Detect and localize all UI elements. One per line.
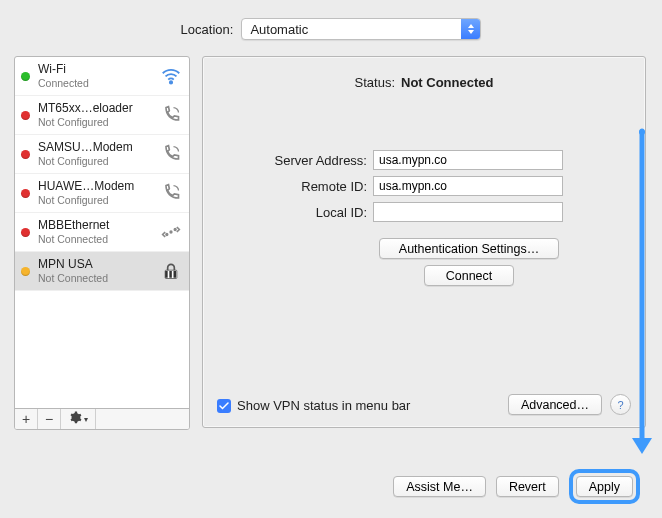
status-dot-icon [21,111,30,120]
remote-id-input[interactable] [373,176,563,196]
sidebar-item-wifi[interactable]: Wi-Fi Connected [15,57,189,96]
svg-point-3 [174,229,176,231]
assist-me-button[interactable]: Assist Me… [393,476,486,497]
phone-icon [159,181,183,205]
server-address-label: Server Address: [217,153,373,168]
service-status: Connected [38,76,155,90]
service-name: HUAWE…Modem [38,179,155,193]
status-dot-icon [21,72,30,81]
list-item-text: MT65xx…eloader Not Configured [38,101,155,129]
list-item-text: MPN USA Not Connected [38,257,155,285]
status-row: Status: Not Connected [217,75,631,90]
status-label: Status: [355,75,395,90]
location-label: Location: [181,22,234,37]
server-address-input[interactable] [373,150,563,170]
phone-icon [159,103,183,127]
sidebar-item-huawei-modem[interactable]: HUAWE…Modem Not Configured [15,174,189,213]
sidebar-footer: + − ▾ [15,408,189,429]
window-buttons-row: Assist Me… Revert Apply [393,469,640,504]
status-dot-icon [21,267,30,276]
remove-service-button[interactable]: − [38,409,61,429]
sidebar-item-mt65xx[interactable]: MT65xx…eloader Not Configured [15,96,189,135]
authentication-settings-button[interactable]: Authentication Settings… [379,238,559,259]
show-vpn-status-row: Show VPN status in menu bar [217,398,410,413]
service-name: MPN USA [38,257,155,271]
status-value: Not Connected [401,75,493,90]
list-item-text: MBBEthernet Not Connected [38,218,155,246]
service-status: Not Configured [38,193,155,207]
sidebar-item-samsung-modem[interactable]: SAMSU…Modem Not Configured [15,135,189,174]
location-row: Location: Automatic [0,18,662,40]
list-item-text: HUAWE…Modem Not Configured [38,179,155,207]
network-services-sidebar: Wi-Fi Connected MT65xx…eloader Not Confi… [14,56,190,430]
location-select[interactable]: Automatic [241,18,481,40]
service-details-pane: Status: Not Connected Server Address: Re… [202,56,646,428]
status-dot-icon [21,228,30,237]
gear-icon [69,411,82,427]
service-status: Not Connected [38,271,155,285]
updown-arrows-icon [461,19,480,39]
revert-button[interactable]: Revert [496,476,559,497]
service-name: MBBEthernet [38,218,155,232]
show-vpn-status-checkbox[interactable] [217,399,231,413]
service-name: MT65xx…eloader [38,101,155,115]
service-name: Wi-Fi [38,62,155,76]
service-status: Not Connected [38,232,155,246]
network-services-list: Wi-Fi Connected MT65xx…eloader Not Confi… [15,57,189,408]
apply-button[interactable]: Apply [576,476,633,497]
svg-point-0 [170,81,172,83]
question-mark-icon: ? [617,399,623,411]
phone-icon [159,142,183,166]
wifi-icon [159,64,183,88]
connect-button[interactable]: Connect [424,265,514,286]
local-id-label: Local ID: [217,205,373,220]
plus-icon: + [22,411,30,427]
apply-button-highlight: Apply [569,469,640,504]
service-name: SAMSU…Modem [38,140,155,154]
service-actions-button[interactable]: ▾ [61,409,96,429]
sidebar-item-mpn-usa[interactable]: MPN USA Not Connected [15,252,189,291]
local-id-input[interactable] [373,202,563,222]
add-service-button[interactable]: + [15,409,38,429]
svg-point-2 [170,231,172,233]
sidebar-item-mbb-ethernet[interactable]: MBBEthernet Not Connected [15,213,189,252]
list-item-text: Wi-Fi Connected [38,62,155,90]
vpn-lock-icon [159,259,183,283]
list-item-text: SAMSU…Modem Not Configured [38,140,155,168]
minus-icon: − [45,411,53,427]
help-button[interactable]: ? [610,394,631,415]
service-status: Not Configured [38,154,155,168]
status-dot-icon [21,150,30,159]
network-preferences-window: Location: Automatic Wi-Fi Connected [0,0,662,518]
show-vpn-status-label: Show VPN status in menu bar [237,398,410,413]
service-status: Not Configured [38,115,155,129]
checkmark-icon [218,400,230,412]
remote-id-label: Remote ID: [217,179,373,194]
svg-point-1 [166,234,168,236]
status-dot-icon [21,189,30,198]
chevron-down-icon: ▾ [84,415,88,424]
advanced-button[interactable]: Advanced… [508,394,602,415]
advanced-row: Advanced… ? [508,394,631,415]
ethernet-icon [159,220,183,244]
location-selected-value: Automatic [250,22,308,37]
